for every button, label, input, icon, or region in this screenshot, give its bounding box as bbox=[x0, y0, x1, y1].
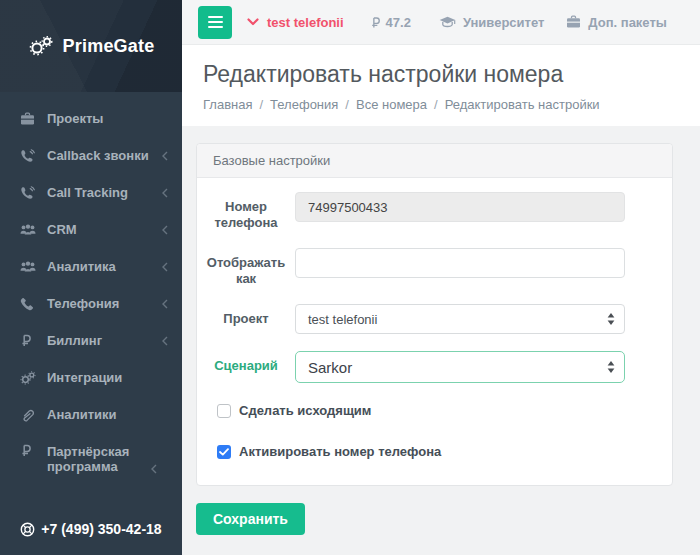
project-select[interactable]: test telefonii bbox=[295, 304, 625, 334]
chevron-left-icon bbox=[162, 336, 168, 346]
support-phone[interactable]: +7 (499) 350-42-18 bbox=[0, 521, 182, 537]
paperclip-icon bbox=[20, 408, 38, 422]
chevron-left-icon bbox=[162, 262, 168, 272]
main-area: test telefonii 47.2 Университет Доп. пак… bbox=[182, 0, 700, 555]
chevron-down-icon bbox=[247, 18, 259, 26]
panel-title: Базовые настройки bbox=[197, 144, 672, 178]
sidebar-item-telephony[interactable]: Телефония bbox=[0, 285, 182, 322]
briefcase-icon bbox=[566, 15, 581, 29]
sidebar-item-analytics[interactable]: Аналитика bbox=[0, 248, 182, 285]
users-icon bbox=[20, 260, 38, 273]
gears-icon bbox=[20, 371, 38, 385]
page-title: Редактировать настройки номера bbox=[203, 61, 680, 88]
project-selector-label: test telefonii bbox=[267, 15, 344, 30]
sidebar-item-label: Биллинг bbox=[47, 333, 158, 348]
project-selector[interactable]: test telefonii bbox=[247, 15, 344, 30]
sidebar-item-label: Callback звонки bbox=[47, 148, 158, 163]
make-outgoing-label: Сделать исходящим bbox=[239, 403, 371, 418]
scenario-row: Сценарий Sarkor bbox=[203, 351, 672, 383]
briefcase-icon bbox=[20, 112, 38, 126]
packages-label: Доп. пакеты bbox=[588, 15, 667, 30]
scenario-select[interactable]: Sarkor bbox=[295, 351, 625, 383]
breadcrumb-home[interactable]: Главная bbox=[203, 97, 252, 112]
sidebar: PrimeGate Проекты Callback звонки Call T… bbox=[0, 0, 182, 555]
phone-volume-icon bbox=[20, 186, 38, 200]
sidebar-item-partner-program[interactable]: Партнёрская программа bbox=[0, 433, 182, 485]
balance[interactable]: 47.2 bbox=[370, 15, 411, 30]
page-header: Редактировать настройки номера Главная Т… bbox=[182, 45, 700, 126]
sidebar-item-label: Проекты bbox=[47, 111, 168, 126]
sidebar-item-billing[interactable]: Биллинг bbox=[0, 322, 182, 359]
sidebar-item-label: Телефония bbox=[47, 296, 158, 311]
packages-link[interactable]: Доп. пакеты bbox=[566, 15, 667, 30]
graduation-cap-icon bbox=[439, 16, 456, 29]
chevron-left-icon bbox=[162, 299, 168, 309]
sidebar-item-label: CRM bbox=[47, 222, 158, 237]
sidebar-item-label: Интеграции bbox=[47, 370, 168, 385]
university-label: Университет bbox=[463, 15, 544, 30]
chevron-left-icon bbox=[162, 151, 168, 161]
activate-number-checkbox-row[interactable]: Активировать номер телефона bbox=[217, 444, 672, 459]
breadcrumb-current: Редактировать настройки bbox=[427, 97, 600, 112]
checkbox-checked-icon[interactable] bbox=[217, 445, 231, 459]
primegate-logo-icon bbox=[28, 34, 55, 58]
display-as-row: Отображать как bbox=[203, 248, 672, 287]
sidebar-item-callback[interactable]: Callback звонки bbox=[0, 137, 182, 174]
sidebar-nav: Проекты Callback звонки Call Tracking CR… bbox=[0, 92, 182, 485]
sidebar-item-projects[interactable]: Проекты bbox=[0, 100, 182, 137]
project-row: Проект test telefonii bbox=[203, 304, 672, 334]
sidebar-item-label: Аналитика bbox=[47, 259, 158, 274]
life-ring-icon bbox=[20, 522, 35, 537]
sidebar-item-crm[interactable]: CRM bbox=[0, 211, 182, 248]
display-as-label: Отображать как bbox=[203, 248, 289, 287]
basic-settings-panel: Базовые настройки Номер телефона Отображ… bbox=[196, 143, 673, 486]
activate-number-label: Активировать номер телефона bbox=[239, 444, 441, 459]
phone-number-row: Номер телефона bbox=[203, 192, 672, 231]
phone-number-label: Номер телефона bbox=[203, 192, 289, 231]
users-icon bbox=[20, 223, 38, 236]
content: Базовые настройки Номер телефона Отображ… bbox=[182, 126, 700, 555]
display-as-input[interactable] bbox=[295, 248, 625, 278]
checkbox-unchecked-icon[interactable] bbox=[217, 404, 231, 418]
ruble-icon bbox=[370, 16, 381, 29]
breadcrumb-all-numbers[interactable]: Все номера bbox=[338, 97, 427, 112]
phone-number-input bbox=[295, 192, 625, 222]
select-stepper-icon bbox=[607, 313, 615, 325]
sidebar-item-label: Аналитики bbox=[47, 407, 168, 422]
sidebar-item-integrations[interactable]: Интеграции bbox=[0, 359, 182, 396]
sidebar-item-label: Call Tracking bbox=[47, 185, 158, 200]
chevron-left-icon bbox=[162, 188, 168, 198]
chevron-left-icon bbox=[151, 464, 157, 474]
balance-amount: 47.2 bbox=[386, 15, 411, 30]
panel-body: Номер телефона Отображать как Проект bbox=[197, 178, 672, 485]
scenario-label: Сценарий bbox=[203, 351, 289, 383]
project-select-value: test telefonii bbox=[308, 312, 377, 327]
ruble-icon bbox=[20, 334, 38, 347]
chevron-left-icon bbox=[162, 225, 168, 235]
sidebar-item-analysts[interactable]: Аналитики bbox=[0, 396, 182, 433]
sidebar-item-call-tracking[interactable]: Call Tracking bbox=[0, 174, 182, 211]
logo[interactable]: PrimeGate bbox=[0, 0, 182, 92]
menu-toggle-button[interactable] bbox=[198, 6, 232, 39]
sidebar-item-label: Партнёрская программа bbox=[47, 444, 147, 474]
topbar: test telefonii 47.2 Университет Доп. пак… bbox=[182, 0, 700, 45]
phone-volume-icon bbox=[20, 149, 38, 163]
hamburger-icon bbox=[208, 16, 223, 18]
scenario-select-value: Sarkor bbox=[308, 359, 352, 376]
support-phone-number: +7 (499) 350-42-18 bbox=[41, 521, 161, 537]
app-title: PrimeGate bbox=[63, 36, 155, 57]
university-link[interactable]: Университет bbox=[439, 15, 544, 30]
make-outgoing-checkbox-row[interactable]: Сделать исходящим bbox=[217, 403, 672, 418]
select-stepper-icon bbox=[607, 361, 615, 373]
project-label: Проект bbox=[203, 304, 289, 334]
phone-icon bbox=[20, 297, 38, 311]
breadcrumb-telephony[interactable]: Телефония bbox=[252, 97, 338, 112]
breadcrumb: Главная Телефония Все номера Редактирова… bbox=[203, 97, 680, 112]
ruble-icon bbox=[20, 444, 38, 457]
save-button[interactable]: Сохранить bbox=[196, 503, 305, 535]
